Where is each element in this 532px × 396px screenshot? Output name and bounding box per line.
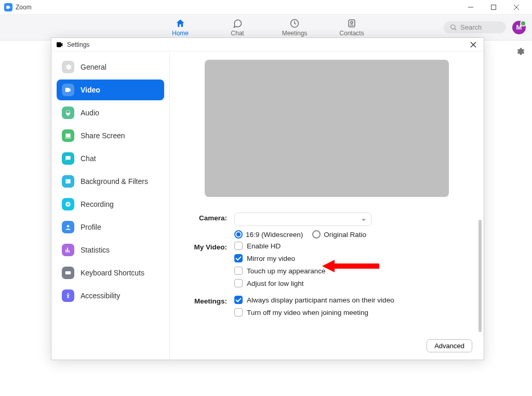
search-placeholder: Search [460,23,482,31]
meetings-check-0[interactable]: Always display participant names on thei… [234,296,469,304]
minimize-button[interactable] [459,0,482,15]
sidebar-item-share-screen[interactable]: Share Screen [57,125,164,146]
video-preview [205,60,449,197]
settings-gear-icon[interactable] [515,47,525,58]
sidebar-item-keyboard-shortcuts[interactable]: Keyboard Shortcuts [57,262,164,283]
advanced-button[interactable]: Advanced [427,339,472,352]
sidebar-item-accessibility[interactable]: Accessibility [57,285,164,306]
checkbox-icon [234,279,243,287]
chat-icon [232,18,243,29]
scrollbar[interactable] [478,220,482,332]
sidebar-item-label: Statistics [81,246,110,254]
sidebar-item-audio[interactable]: Audio [57,102,164,123]
nav-home[interactable]: Home [167,18,193,37]
checkbox-icon [234,254,243,262]
aspect-radio-0[interactable]: 16:9 (Widescreen) [234,230,303,239]
close-button[interactable] [505,0,528,15]
zoom-app-icon [4,3,12,11]
search-input[interactable]: Search [444,21,506,33]
audio-icon [62,107,74,119]
check-label: Mirror my video [247,255,295,262]
settings-titlebar: Settings [51,38,484,51]
check-label: Adjust for low light [247,280,304,287]
gear-icon [62,61,74,73]
video-icon [62,84,74,96]
svg-rect-12 [65,271,71,274]
sidebar-item-label: Accessibility [81,292,120,300]
sidebar-item-label: Profile [81,223,101,231]
window-title: Zoom [16,4,459,11]
check-label: Always display participant names on thei… [247,296,394,304]
clock-icon [289,18,300,29]
nav-contacts[interactable]: Contacts [339,18,365,37]
myvideo-label: My Video: [184,242,234,287]
camera-select[interactable] [234,213,371,226]
sidebar-item-video[interactable]: Video [57,80,164,100]
meetings-label: Meetings: [184,296,234,316]
check-label: Turn off my video when joining meeting [247,309,368,316]
svg-point-6 [351,21,353,23]
radio-label: 16:9 (Widescreen) [246,231,303,239]
sidebar-item-label: Chat [81,154,96,163]
myvideo-check-2[interactable]: Touch up my appearance [234,267,469,275]
settings-sidebar: GeneralVideoAudioShare ScreenChatBackgro… [51,51,170,360]
profile-icon [62,221,74,233]
titlebar: Zoom [0,0,532,15]
sidebar-item-background-filters[interactable]: Background & Filters [57,171,164,192]
nav-chat[interactable]: Chat [224,18,250,37]
settings-content: Camera: 16:9 (Widescreen)Original Ratio … [170,51,484,360]
sidebar-item-label: Keyboard Shortcuts [81,269,144,277]
sidebar-item-label: Share Screen [81,131,125,140]
sidebar-item-label: General [81,63,107,71]
sidebar-item-general[interactable]: General [57,57,164,77]
sidebar-item-profile[interactable]: Profile [57,217,164,237]
svg-point-13 [68,293,69,294]
svg-rect-1 [491,5,496,9]
sidebar-item-label: Audio [81,109,99,117]
sidebar-item-chat[interactable]: Chat [57,148,164,169]
settings-title: Settings [67,41,467,48]
checkbox-icon [234,308,243,316]
bg-icon [62,175,74,188]
radio-icon [234,230,243,239]
nav-meetings[interactable]: Meetings [282,18,308,37]
radio-icon [312,230,321,239]
nav-label: Contacts [339,30,364,37]
myvideo-check-1[interactable]: Mirror my video [234,254,469,262]
svg-point-11 [67,225,70,228]
checkbox-icon [234,242,243,250]
record-icon [62,198,74,210]
check-label: Touch up my appearance [247,267,326,275]
share-icon [62,129,74,142]
nav-label: Meetings [282,30,308,37]
kbd-icon [62,267,74,279]
checkbox-icon [234,296,243,304]
nav-label: Chat [231,30,244,37]
nav-tabs: Home Chat Meetings Contacts [167,18,365,37]
sidebar-item-label: Recording [81,200,114,208]
maximize-button[interactable] [482,0,505,15]
stats-icon [62,244,74,256]
chat-icon [62,152,74,165]
svg-point-10 [67,203,69,205]
zoom-app-icon [56,41,64,49]
search-icon [450,24,457,31]
radio-label: Original Ratio [324,231,366,239]
camera-label: Camera: [184,213,234,239]
home-icon [175,18,185,29]
avatar-initial: M [516,23,522,31]
meetings-check-1[interactable]: Turn off my video when joining meeting [234,308,469,316]
avatar[interactable]: M [512,21,526,34]
main-navbar: Home Chat Meetings Contacts Search M [0,15,532,41]
sidebar-item-statistics[interactable]: Statistics [57,240,164,260]
checkbox-icon [234,267,243,275]
check-label: Enable HD [247,242,281,250]
myvideo-check-0[interactable]: Enable HD [234,242,469,250]
sidebar-item-recording[interactable]: Recording [57,194,164,215]
window-controls [459,0,528,15]
settings-modal: Settings GeneralVideoAudioShare ScreenCh… [51,37,484,360]
settings-close-button[interactable] [467,38,480,51]
contacts-icon [347,18,357,29]
myvideo-check-3[interactable]: Adjust for low light [234,279,469,287]
aspect-radio-1[interactable]: Original Ratio [312,230,366,239]
